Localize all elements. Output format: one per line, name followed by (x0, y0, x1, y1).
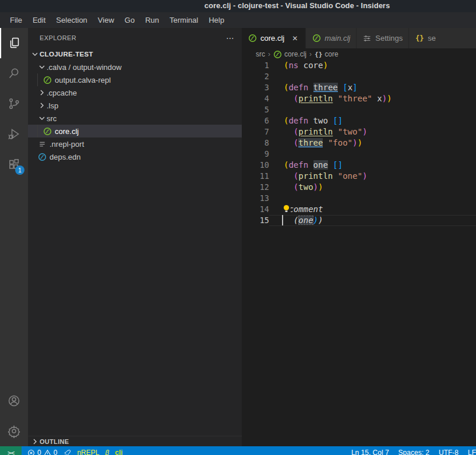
warning-icon (44, 449, 51, 455)
repl-mode-indicator[interactable]: β (105, 449, 109, 455)
line-number[interactable]: 2 (242, 71, 269, 82)
activity-search-button[interactable] (0, 58, 28, 89)
activity-run-and-debug-button[interactable] (0, 119, 28, 149)
line-number[interactable]: 12 (242, 182, 269, 193)
line-number[interactable]: 6 (242, 115, 269, 126)
line-content[interactable] (269, 104, 476, 115)
line-content[interactable]: (comment (269, 204, 476, 215)
code-line-1[interactable]: 1(ns core) (242, 60, 476, 71)
activity-extensions-button[interactable]: 1 (0, 149, 28, 179)
line-content[interactable]: (three "foo")) (269, 137, 476, 149)
explorer-item-nrepl-port[interactable]: .nrepl-port (28, 137, 242, 150)
line-content[interactable]: (two)) (269, 182, 476, 193)
eol-setting[interactable]: LF (468, 449, 476, 455)
line-number[interactable]: 8 (242, 137, 269, 149)
menu-help[interactable]: Help (203, 14, 230, 26)
explorer-item-src[interactable]: src (28, 112, 242, 125)
explorer-item-core-clj[interactable]: core.clj (28, 125, 242, 137)
code-line-5[interactable]: 5 (242, 104, 476, 115)
menu-file[interactable]: File (5, 14, 27, 26)
tab-bar: core.clj✕main.cljSettings{}se (242, 28, 476, 48)
line-number[interactable]: 5 (242, 104, 269, 115)
activity-accounts-button[interactable] (0, 386, 28, 416)
encoding-setting[interactable]: UTF-8 (439, 449, 459, 455)
line-number[interactable]: 10 (242, 160, 269, 171)
code-line-15[interactable]: 15 (one)) (242, 215, 476, 226)
activity-settings-button[interactable] (0, 416, 28, 446)
chevron-right-icon (37, 88, 47, 97)
code-line-6[interactable]: 6(defn two [] (242, 115, 476, 126)
code-line-8[interactable]: 8 (three "foo")) (242, 137, 476, 149)
line-content[interactable] (269, 149, 476, 160)
code-line-2[interactable]: 2 (242, 71, 476, 82)
menu-view[interactable]: View (93, 14, 119, 26)
breadcrumb-item-core[interactable]: {}core (315, 50, 339, 58)
more-actions-icon[interactable]: ⋯ (226, 33, 235, 43)
explorer-item-output-calva-repl[interactable]: output.calva-repl (28, 73, 242, 86)
menu-terminal[interactable]: Terminal (164, 14, 203, 26)
task-indicator[interactable] (63, 449, 71, 455)
line-number[interactable]: 14 (242, 204, 269, 215)
indent-guide (37, 125, 38, 137)
clojure-file-icon (248, 34, 257, 43)
line-number[interactable]: 13 (242, 193, 269, 204)
line-content[interactable] (269, 71, 476, 82)
menu-edit[interactable]: Edit (27, 14, 51, 26)
line-number[interactable]: 9 (242, 149, 269, 160)
clojure-file-icon (312, 34, 321, 43)
menu-bar: FileEditSelectionViewGoRunTerminalHelp (0, 12, 476, 28)
menu-selection[interactable]: Selection (51, 14, 92, 26)
explorer-item-cpcache[interactable]: .cpcache (28, 86, 242, 99)
code-line-13[interactable]: 13 (242, 193, 476, 204)
line-number[interactable]: 15 (242, 215, 269, 226)
menu-run[interactable]: Run (140, 14, 164, 26)
line-content[interactable] (269, 193, 476, 204)
tab-core-clj[interactable]: core.clj✕ (242, 28, 306, 48)
lightbulb-icon[interactable] (281, 204, 291, 214)
namespace-symbol-icon: {} (315, 51, 322, 58)
code-editor[interactable]: 1(ns core)23(defn three [x]4 (println "t… (242, 60, 476, 446)
tab-settings[interactable]: Settings (357, 28, 409, 48)
breadcrumb-item-core-clj[interactable]: core.clj (273, 50, 306, 59)
line-number[interactable]: 1 (242, 60, 269, 71)
activity-explorer-button[interactable] (0, 28, 28, 58)
code-line-14[interactable]: 14(comment (242, 204, 476, 215)
close-icon[interactable]: ✕ (290, 34, 299, 43)
code-line-7[interactable]: 7 (println "two") (242, 126, 476, 137)
explorer-item-deps-edn[interactable]: deps.edn (28, 150, 242, 163)
outline-section[interactable]: OUTLINE (28, 436, 242, 446)
line-content[interactable]: (println "two") (269, 126, 476, 137)
line-content[interactable]: (one)) (269, 215, 476, 226)
code-line-10[interactable]: 10(defn one [] (242, 160, 476, 171)
code-line-4[interactable]: 4 (println "three" x)) (242, 93, 476, 104)
code-line-12[interactable]: 12 (two)) (242, 182, 476, 193)
code-line-3[interactable]: 3(defn three [x] (242, 82, 476, 93)
menu-go[interactable]: Go (119, 14, 140, 26)
code-line-11[interactable]: 11 (println "one") (242, 171, 476, 182)
remote-indicator[interactable]: >< (0, 446, 22, 455)
line-number[interactable]: 7 (242, 126, 269, 137)
tab-se[interactable]: {}se (409, 28, 476, 48)
line-content[interactable]: (defn three [x] (269, 82, 476, 93)
line-content[interactable]: (defn one [] (269, 160, 476, 171)
code-line-9[interactable]: 9 (242, 149, 476, 160)
indentation-setting[interactable]: Spaces: 2 (399, 449, 429, 455)
explorer-root-folder[interactable]: CLOJURE-TEST (28, 48, 242, 61)
tab-main-clj[interactable]: main.clj (306, 28, 357, 48)
breadcrumb-item-src[interactable]: src (256, 50, 265, 58)
language-mode[interactable]: clj (115, 449, 122, 455)
line-content[interactable]: (ns core) (269, 60, 476, 71)
line-number[interactable]: 11 (242, 171, 269, 182)
nrepl-status[interactable]: nREPL (77, 449, 99, 455)
explorer-item-calva-output-window[interactable]: .calva / output-window (28, 61, 242, 73)
line-content[interactable]: (println "one") (269, 171, 476, 182)
activity-source-control-button[interactable] (0, 89, 28, 119)
cursor-position[interactable]: Ln 15, Col 7 (351, 449, 389, 455)
line-number[interactable]: 3 (242, 82, 269, 93)
explorer-sidebar: EXPLORER ⋯ CLOJURE-TEST.calva / output-w… (28, 28, 242, 446)
explorer-item-lsp[interactable]: .lsp (28, 99, 242, 112)
line-number[interactable]: 4 (242, 93, 269, 104)
problems-indicator[interactable]: 0 0 (27, 449, 57, 455)
line-content[interactable]: (defn two [] (269, 115, 476, 126)
line-content[interactable]: (println "three" x)) (269, 93, 476, 104)
